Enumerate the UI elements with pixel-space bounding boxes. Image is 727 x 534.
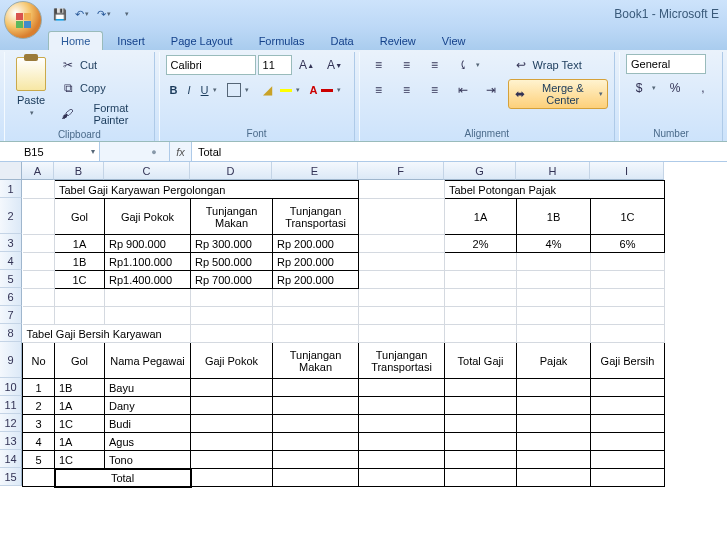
cell[interactable]: 1B (55, 379, 105, 397)
percent-format-button[interactable]: % (662, 77, 688, 99)
bold-button[interactable]: B (166, 82, 182, 98)
cell[interactable] (273, 415, 359, 433)
cell[interactable] (23, 307, 55, 325)
cell[interactable] (517, 397, 591, 415)
format-painter-button[interactable]: 🖌Format Painter (55, 100, 148, 128)
align-top-button[interactable]: ≡ (366, 54, 392, 76)
cell[interactable]: Pajak (517, 343, 591, 379)
italic-button[interactable]: I (184, 82, 195, 98)
cell[interactable] (191, 415, 273, 433)
row-header[interactable]: 1 (0, 180, 22, 198)
cell[interactable]: Tunjangan Transportasi (273, 199, 359, 235)
cell[interactable]: Rp 200.000 (273, 235, 359, 253)
cell[interactable] (517, 253, 591, 271)
row-header[interactable]: 13 (0, 432, 22, 450)
cell[interactable] (445, 433, 517, 451)
redo-icon[interactable]: ↷▾ (96, 6, 112, 22)
tab-review[interactable]: Review (368, 32, 428, 50)
cell[interactable] (445, 289, 517, 307)
cell[interactable] (445, 415, 517, 433)
row-header[interactable]: 7 (0, 306, 22, 324)
cell[interactable] (591, 289, 665, 307)
shrink-font-button[interactable]: A▼ (322, 54, 348, 76)
tab-view[interactable]: View (430, 32, 478, 50)
cell[interactable]: 1B (517, 199, 591, 235)
cell[interactable]: Gaji Pokok (191, 343, 273, 379)
cell[interactable]: 1A (55, 433, 105, 451)
cell[interactable] (191, 433, 273, 451)
row-header[interactable]: 2 (0, 198, 22, 234)
align-right-button[interactable]: ≡ (422, 79, 448, 101)
row-header[interactable]: 3 (0, 234, 22, 252)
cell[interactable]: 1 (23, 379, 55, 397)
cell[interactable] (105, 307, 191, 325)
cell[interactable] (191, 397, 273, 415)
cell[interactable]: Tono (105, 451, 191, 469)
cell[interactable] (445, 397, 517, 415)
cell[interactable]: No (23, 343, 55, 379)
cell-selected[interactable]: Total (55, 469, 191, 487)
cell[interactable] (359, 253, 445, 271)
cell[interactable] (517, 271, 591, 289)
cell[interactable]: Gol (55, 199, 105, 235)
cell[interactable] (273, 289, 359, 307)
cell[interactable] (359, 199, 445, 235)
cell[interactable]: Gaji Pokok (105, 199, 191, 235)
col-header[interactable]: C (104, 162, 190, 180)
align-left-button[interactable]: ≡ (366, 79, 392, 101)
cell[interactable] (445, 307, 517, 325)
tab-data[interactable]: Data (318, 32, 365, 50)
cell[interactable] (591, 325, 665, 343)
cell[interactable]: Rp 900.000 (105, 235, 191, 253)
cell[interactable]: Agus (105, 433, 191, 451)
cell[interactable]: Rp 300.000 (191, 235, 273, 253)
cell[interactable] (359, 451, 445, 469)
cell[interactable] (191, 325, 273, 343)
cell[interactable] (359, 379, 445, 397)
col-header[interactable]: I (590, 162, 664, 180)
cell[interactable]: 1C (55, 415, 105, 433)
tab-home[interactable]: Home (48, 31, 103, 50)
col-header[interactable]: E (272, 162, 358, 180)
fill-color-button[interactable]: ◢▾ (255, 79, 304, 101)
cell[interactable]: 4% (517, 235, 591, 253)
cell[interactable] (359, 289, 445, 307)
cell[interactable] (591, 379, 665, 397)
comma-format-button[interactable]: , (690, 77, 716, 99)
cell[interactable] (23, 235, 55, 253)
cell[interactable] (445, 253, 517, 271)
fx-button[interactable]: fx (170, 142, 192, 161)
cell[interactable]: 1C (55, 271, 105, 289)
cells-area[interactable]: Tabel Gaji Karyawan Pergolongan Tabel Po… (22, 180, 727, 487)
cell[interactable] (591, 253, 665, 271)
cell[interactable] (591, 415, 665, 433)
cell[interactable] (273, 433, 359, 451)
cell[interactable]: 6% (591, 235, 665, 253)
col-header[interactable]: B (54, 162, 104, 180)
cell[interactable] (445, 451, 517, 469)
col-header[interactable]: G (444, 162, 516, 180)
cell[interactable]: 1C (55, 451, 105, 469)
cell[interactable] (591, 433, 665, 451)
row-header[interactable]: 15 (0, 468, 22, 486)
cell[interactable]: Total Gaji (445, 343, 517, 379)
cell[interactable]: Tabel Gaji Bersih Karyawan (23, 325, 191, 343)
cell[interactable] (273, 451, 359, 469)
cell[interactable]: 1A (55, 397, 105, 415)
cell[interactable] (273, 379, 359, 397)
cell[interactable]: Rp 200.000 (273, 253, 359, 271)
cell[interactable] (517, 415, 591, 433)
cell[interactable] (517, 307, 591, 325)
cell[interactable] (445, 325, 517, 343)
cell[interactable]: Rp 200.000 (273, 271, 359, 289)
cell[interactable] (517, 325, 591, 343)
cell[interactable] (445, 379, 517, 397)
cell[interactable] (273, 325, 359, 343)
tab-insert[interactable]: Insert (105, 32, 157, 50)
cell[interactable] (55, 307, 105, 325)
cell[interactable]: Tunjangan Makan (191, 199, 273, 235)
cell[interactable] (591, 397, 665, 415)
font-name-combo[interactable] (166, 55, 256, 75)
cell[interactable]: 1A (55, 235, 105, 253)
cell[interactable]: Rp1.100.000 (105, 253, 191, 271)
